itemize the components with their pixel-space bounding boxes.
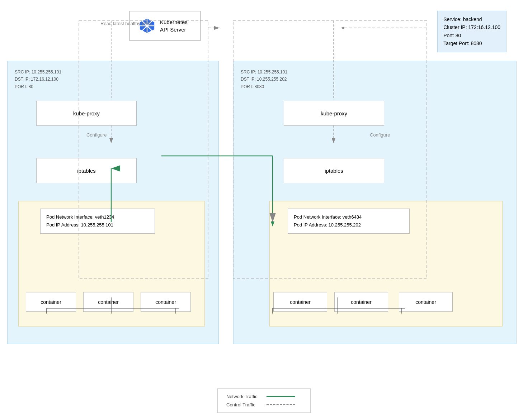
pod-interface-left-line1: Pod Network Interface: veth1234 [46,213,149,221]
pod-interface-right-line1: Pod Network Interface: veth6434 [294,213,404,221]
node-right-panel: SRC IP: 10.255.255.101 DST IP: 10.255.25… [233,61,517,344]
container-left-2: container [83,292,133,312]
configure-label-right: Configure [370,132,390,138]
pod-interface-left-line2: Pod IP Address: 10.255.255.101 [46,221,149,229]
container-left-1: container [26,292,76,312]
pod-interface-right-line2: Pod IP Address: 10.255.255.202 [294,221,404,229]
service-cluster-ip: Cluster IP: 172:16.12.100 [443,23,500,31]
node-right-ip-info: SRC IP: 10.255.255.101 DST IP: 10.255.25… [241,68,287,90]
service-target-port: Target Port: 8080 [443,39,500,47]
left-port: PORT: 80 [15,83,61,90]
legend-network-line [267,396,295,397]
left-dst-ip: DST IP: 172.16.12.100 [15,76,61,83]
legend-network-label: Network Traffic [226,394,262,399]
read-pods-label: Read latest healthy pods [100,21,152,26]
diagram-container: Service: backend Cluster IP: 172:16.12.1… [0,0,528,420]
node-left-ip-info: SRC IP: 10.255.255.101 DST IP: 172.16.12… [15,68,61,90]
k8s-label: Kubernetes API Server [160,18,188,33]
service-info-box: Service: backend Cluster IP: 172:16.12.1… [437,11,506,52]
legend-control-line [267,404,295,405]
service-port: Port: 80 [443,32,500,39]
right-port: PORT: 8080 [241,83,287,90]
legend-control-label: Control Traffic [226,402,262,407]
container-right-2: container [334,292,388,312]
kube-proxy-left: kube-proxy [36,101,137,126]
container-right-3: container [399,292,453,312]
left-src-ip: SRC IP: 10.255.255.101 [15,68,61,76]
iptables-left: iptables [36,158,137,183]
legend-box: Network Traffic Control Traffic [217,388,311,413]
iptables-right: iptables [284,158,384,183]
legend-network-traffic: Network Traffic [226,394,302,399]
right-dst-ip: DST IP: 10.255.255.202 [241,76,287,83]
node-left-panel: SRC IP: 10.255.255.101 DST IP: 172.16.12… [7,61,219,344]
service-title: Service: backend [443,15,500,23]
pod-area-left: Pod Network Interface: veth1234 Pod IP A… [18,201,205,326]
configure-label-left: Configure [86,132,107,138]
legend-control-traffic: Control Traffic [226,402,302,407]
svg-marker-19 [341,27,344,29]
pod-area-right: Pod Network Interface: veth6434 Pod IP A… [269,201,503,326]
pod-interface-left: Pod Network Interface: veth1234 Pod IP A… [40,209,155,234]
container-right-1: container [273,292,327,312]
container-left-3: container [141,292,191,312]
right-src-ip: SRC IP: 10.255.255.101 [241,68,287,76]
pod-interface-right: Pod Network Interface: veth6434 Pod IP A… [288,209,410,234]
kube-proxy-right: kube-proxy [284,101,384,126]
